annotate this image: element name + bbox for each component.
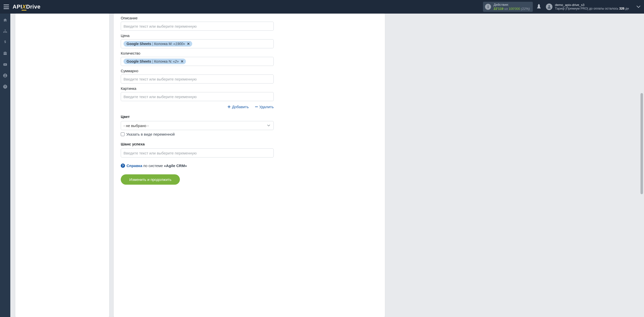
svg-text:?: ? xyxy=(4,85,6,88)
image-label: Картинка xyxy=(121,87,274,91)
description-input[interactable]: Введите текст или выберите переменную xyxy=(121,22,274,31)
sidebar-help[interactable]: ? xyxy=(0,82,10,92)
price-input[interactable]: Google Sheets | Колонка M: «1900» ✕ xyxy=(121,39,274,48)
total-label: Суммарно xyxy=(121,69,274,73)
chance-label: Шанс успеха xyxy=(121,142,274,146)
chip-remove-icon[interactable]: ✕ xyxy=(181,59,184,63)
sidebar-billing[interactable] xyxy=(0,37,10,47)
left-panel xyxy=(15,14,109,194)
submit-button[interactable]: Изменить и продолжить xyxy=(121,174,180,185)
right-panel: Описание Введите текст или выберите пере… xyxy=(114,14,385,194)
plus-icon xyxy=(227,105,231,108)
sidebar-home[interactable] xyxy=(0,15,10,25)
add-link[interactable]: Добавить xyxy=(227,105,249,109)
user-name: demo_apix-drive_s3 xyxy=(555,3,629,7)
actions-counter[interactable]: i Действия: 22'119 из 100'000 (22%) xyxy=(483,2,533,12)
actions-label: Действия: xyxy=(494,3,530,7)
quantity-label: Количество xyxy=(121,51,274,55)
image-input[interactable]: Введите текст или выберите переменную xyxy=(121,92,274,101)
svg-point-7 xyxy=(5,74,6,75)
chevron-down-icon xyxy=(636,6,640,8)
bell-icon[interactable] xyxy=(536,4,541,10)
price-chip[interactable]: Google Sheets | Колонка M: «1900» ✕ xyxy=(124,41,192,47)
quantity-input[interactable]: Google Sheets | Колонка N: «2» ✕ xyxy=(121,57,274,66)
sidebar-youtube[interactable] xyxy=(0,59,10,69)
hamburger-menu[interactable] xyxy=(4,5,9,9)
brand-logo[interactable]: APIXDrive xyxy=(13,4,41,10)
minus-icon xyxy=(255,105,258,108)
sidebar-briefcase[interactable] xyxy=(0,48,10,58)
scrollbar-thumb[interactable] xyxy=(640,93,643,194)
color-label: Цвет xyxy=(121,114,274,119)
chevron-down-icon xyxy=(267,125,270,127)
user-menu[interactable]: demo_apix-drive_s3 Тариф |Премиум PRO| д… xyxy=(546,3,640,11)
info-icon: i xyxy=(485,4,491,10)
sidebar-profile[interactable] xyxy=(0,70,10,81)
help-link[interactable]: ? Справка по системе «Agile CRM» xyxy=(121,164,274,168)
chance-input[interactable]: Введите текст или выберите переменную xyxy=(121,148,274,157)
total-input[interactable]: Введите текст или выберите переменную xyxy=(121,74,274,84)
price-label: Цена xyxy=(121,34,274,38)
svg-rect-4 xyxy=(6,32,7,32)
checkbox-icon xyxy=(121,132,125,136)
color-as-variable-checkbox[interactable]: Указать в виде переменной xyxy=(121,132,274,136)
help-icon: ? xyxy=(121,164,125,168)
chip-remove-icon[interactable]: ✕ xyxy=(187,42,190,46)
delete-link[interactable]: Удалить xyxy=(255,105,274,109)
svg-rect-2 xyxy=(3,32,4,32)
avatar-icon xyxy=(546,4,552,10)
svg-point-0 xyxy=(548,5,550,7)
color-select[interactable]: - не выбрано - xyxy=(121,121,274,130)
svg-rect-1 xyxy=(5,29,6,30)
quantity-chip[interactable]: Google Sheets | Колонка N: «2» ✕ xyxy=(124,59,186,64)
svg-rect-3 xyxy=(5,32,6,32)
description-label: Описание xyxy=(121,16,274,20)
sidebar-connections[interactable] xyxy=(0,26,10,36)
